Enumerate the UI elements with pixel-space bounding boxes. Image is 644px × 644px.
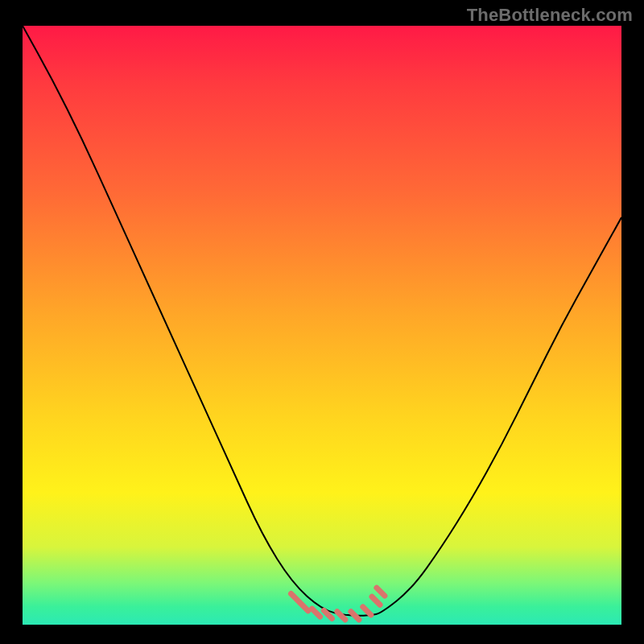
svg-line-0 — [291, 594, 299, 602]
chart-frame: TheBottleneck.com — [0, 0, 644, 644]
svg-line-8 — [377, 588, 385, 596]
svg-line-1 — [300, 603, 308, 611]
plot-area — [23, 26, 621, 625]
svg-line-5 — [351, 612, 359, 620]
chart-svg — [23, 26, 621, 625]
watermark-text: TheBottleneck.com — [467, 5, 633, 26]
svg-line-7 — [372, 597, 380, 605]
bottleneck-curve — [23, 26, 621, 616]
svg-line-6 — [363, 607, 371, 615]
flat-minimum-dots — [291, 588, 385, 620]
svg-line-2 — [312, 609, 320, 617]
svg-line-4 — [337, 612, 345, 620]
